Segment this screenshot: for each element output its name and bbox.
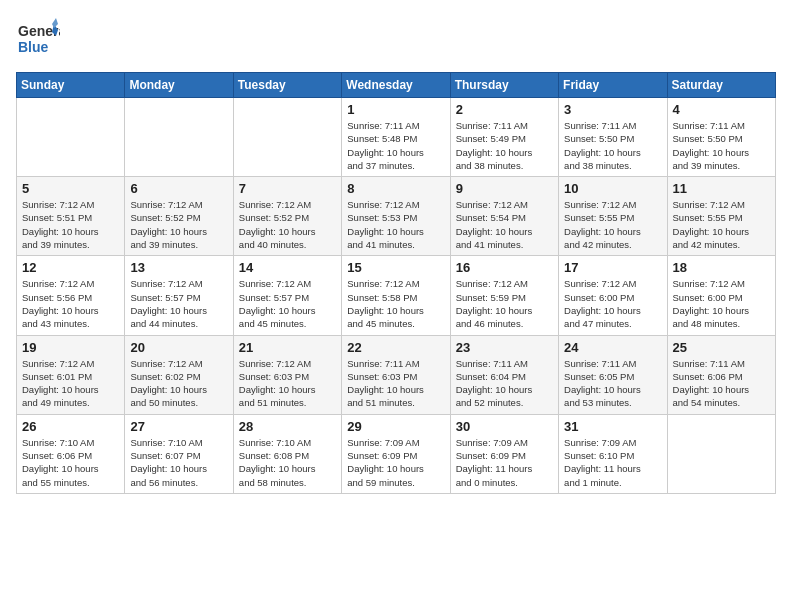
calendar-week-4: 19Sunrise: 7:12 AM Sunset: 6:01 PM Dayli… — [17, 335, 776, 414]
day-info: Sunrise: 7:11 AM Sunset: 6:06 PM Dayligh… — [673, 357, 770, 410]
day-number: 10 — [564, 181, 661, 196]
day-number: 12 — [22, 260, 119, 275]
calendar-table: SundayMondayTuesdayWednesdayThursdayFrid… — [16, 72, 776, 494]
day-number: 30 — [456, 419, 553, 434]
day-header-tuesday: Tuesday — [233, 73, 341, 98]
day-number: 22 — [347, 340, 444, 355]
day-number: 4 — [673, 102, 770, 117]
day-info: Sunrise: 7:11 AM Sunset: 6:04 PM Dayligh… — [456, 357, 553, 410]
day-info: Sunrise: 7:11 AM Sunset: 6:03 PM Dayligh… — [347, 357, 444, 410]
calendar-cell: 16Sunrise: 7:12 AM Sunset: 5:59 PM Dayli… — [450, 256, 558, 335]
calendar-cell: 10Sunrise: 7:12 AM Sunset: 5:55 PM Dayli… — [559, 177, 667, 256]
calendar-cell: 23Sunrise: 7:11 AM Sunset: 6:04 PM Dayli… — [450, 335, 558, 414]
calendar-cell: 17Sunrise: 7:12 AM Sunset: 6:00 PM Dayli… — [559, 256, 667, 335]
calendar-cell: 29Sunrise: 7:09 AM Sunset: 6:09 PM Dayli… — [342, 414, 450, 493]
calendar-cell: 31Sunrise: 7:09 AM Sunset: 6:10 PM Dayli… — [559, 414, 667, 493]
day-info: Sunrise: 7:12 AM Sunset: 5:57 PM Dayligh… — [239, 277, 336, 330]
day-number: 16 — [456, 260, 553, 275]
calendar-cell: 13Sunrise: 7:12 AM Sunset: 5:57 PM Dayli… — [125, 256, 233, 335]
calendar-cell: 15Sunrise: 7:12 AM Sunset: 5:58 PM Dayli… — [342, 256, 450, 335]
day-number: 31 — [564, 419, 661, 434]
day-number: 8 — [347, 181, 444, 196]
calendar-cell: 30Sunrise: 7:09 AM Sunset: 6:09 PM Dayli… — [450, 414, 558, 493]
calendar-cell — [233, 98, 341, 177]
day-info: Sunrise: 7:12 AM Sunset: 5:57 PM Dayligh… — [130, 277, 227, 330]
day-header-friday: Friday — [559, 73, 667, 98]
day-info: Sunrise: 7:11 AM Sunset: 6:05 PM Dayligh… — [564, 357, 661, 410]
day-info: Sunrise: 7:12 AM Sunset: 5:55 PM Dayligh… — [673, 198, 770, 251]
calendar-week-3: 12Sunrise: 7:12 AM Sunset: 5:56 PM Dayli… — [17, 256, 776, 335]
calendar-cell: 2Sunrise: 7:11 AM Sunset: 5:49 PM Daylig… — [450, 98, 558, 177]
svg-text:Blue: Blue — [18, 39, 49, 55]
day-info: Sunrise: 7:10 AM Sunset: 6:07 PM Dayligh… — [130, 436, 227, 489]
calendar-cell: 9Sunrise: 7:12 AM Sunset: 5:54 PM Daylig… — [450, 177, 558, 256]
day-number: 3 — [564, 102, 661, 117]
day-info: Sunrise: 7:12 AM Sunset: 5:52 PM Dayligh… — [239, 198, 336, 251]
day-info: Sunrise: 7:10 AM Sunset: 6:06 PM Dayligh… — [22, 436, 119, 489]
logo-icon: GeneralBlue — [16, 16, 60, 60]
day-number: 1 — [347, 102, 444, 117]
calendar-week-1: 1Sunrise: 7:11 AM Sunset: 5:48 PM Daylig… — [17, 98, 776, 177]
day-info: Sunrise: 7:12 AM Sunset: 6:00 PM Dayligh… — [564, 277, 661, 330]
calendar-cell: 25Sunrise: 7:11 AM Sunset: 6:06 PM Dayli… — [667, 335, 775, 414]
day-header-monday: Monday — [125, 73, 233, 98]
calendar-cell: 22Sunrise: 7:11 AM Sunset: 6:03 PM Dayli… — [342, 335, 450, 414]
day-info: Sunrise: 7:12 AM Sunset: 6:00 PM Dayligh… — [673, 277, 770, 330]
day-info: Sunrise: 7:09 AM Sunset: 6:09 PM Dayligh… — [456, 436, 553, 489]
day-info: Sunrise: 7:12 AM Sunset: 5:55 PM Dayligh… — [564, 198, 661, 251]
calendar-cell: 4Sunrise: 7:11 AM Sunset: 5:50 PM Daylig… — [667, 98, 775, 177]
calendar-cell — [125, 98, 233, 177]
calendar-cell: 12Sunrise: 7:12 AM Sunset: 5:56 PM Dayli… — [17, 256, 125, 335]
day-header-wednesday: Wednesday — [342, 73, 450, 98]
day-number: 29 — [347, 419, 444, 434]
day-number: 25 — [673, 340, 770, 355]
calendar-week-2: 5Sunrise: 7:12 AM Sunset: 5:51 PM Daylig… — [17, 177, 776, 256]
day-info: Sunrise: 7:11 AM Sunset: 5:50 PM Dayligh… — [564, 119, 661, 172]
day-number: 21 — [239, 340, 336, 355]
calendar-cell: 27Sunrise: 7:10 AM Sunset: 6:07 PM Dayli… — [125, 414, 233, 493]
day-header-saturday: Saturday — [667, 73, 775, 98]
day-header-thursday: Thursday — [450, 73, 558, 98]
calendar-cell: 19Sunrise: 7:12 AM Sunset: 6:01 PM Dayli… — [17, 335, 125, 414]
calendar-cell — [667, 414, 775, 493]
day-info: Sunrise: 7:12 AM Sunset: 5:53 PM Dayligh… — [347, 198, 444, 251]
calendar-cell: 28Sunrise: 7:10 AM Sunset: 6:08 PM Dayli… — [233, 414, 341, 493]
day-info: Sunrise: 7:12 AM Sunset: 5:51 PM Dayligh… — [22, 198, 119, 251]
day-info: Sunrise: 7:09 AM Sunset: 6:10 PM Dayligh… — [564, 436, 661, 489]
day-number: 15 — [347, 260, 444, 275]
calendar-cell: 5Sunrise: 7:12 AM Sunset: 5:51 PM Daylig… — [17, 177, 125, 256]
calendar-cell: 24Sunrise: 7:11 AM Sunset: 6:05 PM Dayli… — [559, 335, 667, 414]
day-info: Sunrise: 7:12 AM Sunset: 6:02 PM Dayligh… — [130, 357, 227, 410]
day-info: Sunrise: 7:12 AM Sunset: 5:52 PM Dayligh… — [130, 198, 227, 251]
day-number: 23 — [456, 340, 553, 355]
day-info: Sunrise: 7:12 AM Sunset: 5:56 PM Dayligh… — [22, 277, 119, 330]
calendar-cell: 3Sunrise: 7:11 AM Sunset: 5:50 PM Daylig… — [559, 98, 667, 177]
calendar-cell: 26Sunrise: 7:10 AM Sunset: 6:06 PM Dayli… — [17, 414, 125, 493]
day-info: Sunrise: 7:10 AM Sunset: 6:08 PM Dayligh… — [239, 436, 336, 489]
day-number: 28 — [239, 419, 336, 434]
day-info: Sunrise: 7:12 AM Sunset: 5:59 PM Dayligh… — [456, 277, 553, 330]
day-number: 7 — [239, 181, 336, 196]
calendar-cell: 18Sunrise: 7:12 AM Sunset: 6:00 PM Dayli… — [667, 256, 775, 335]
day-number: 17 — [564, 260, 661, 275]
calendar-week-5: 26Sunrise: 7:10 AM Sunset: 6:06 PM Dayli… — [17, 414, 776, 493]
day-number: 26 — [22, 419, 119, 434]
calendar-cell: 14Sunrise: 7:12 AM Sunset: 5:57 PM Dayli… — [233, 256, 341, 335]
calendar-cell: 6Sunrise: 7:12 AM Sunset: 5:52 PM Daylig… — [125, 177, 233, 256]
day-info: Sunrise: 7:11 AM Sunset: 5:48 PM Dayligh… — [347, 119, 444, 172]
page-header: GeneralBlue — [16, 16, 776, 60]
day-info: Sunrise: 7:12 AM Sunset: 5:58 PM Dayligh… — [347, 277, 444, 330]
day-info: Sunrise: 7:12 AM Sunset: 6:03 PM Dayligh… — [239, 357, 336, 410]
day-number: 19 — [22, 340, 119, 355]
day-info: Sunrise: 7:09 AM Sunset: 6:09 PM Dayligh… — [347, 436, 444, 489]
day-info: Sunrise: 7:11 AM Sunset: 5:49 PM Dayligh… — [456, 119, 553, 172]
day-number: 6 — [130, 181, 227, 196]
day-info: Sunrise: 7:12 AM Sunset: 5:54 PM Dayligh… — [456, 198, 553, 251]
logo: GeneralBlue — [16, 16, 60, 60]
day-number: 20 — [130, 340, 227, 355]
day-info: Sunrise: 7:12 AM Sunset: 6:01 PM Dayligh… — [22, 357, 119, 410]
day-number: 13 — [130, 260, 227, 275]
calendar-cell: 21Sunrise: 7:12 AM Sunset: 6:03 PM Dayli… — [233, 335, 341, 414]
calendar-cell: 20Sunrise: 7:12 AM Sunset: 6:02 PM Dayli… — [125, 335, 233, 414]
day-number: 27 — [130, 419, 227, 434]
